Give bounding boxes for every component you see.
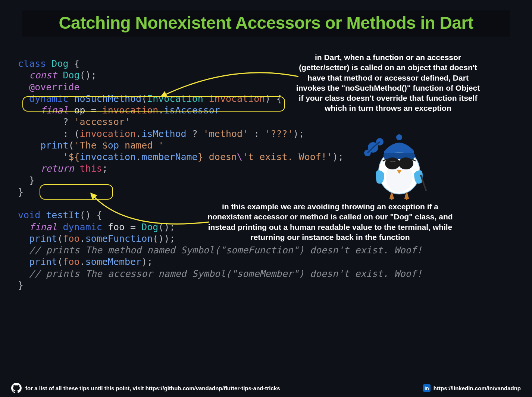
footer-linkedin-text: https://linkedin.com/in/vandadnp — [434, 385, 521, 391]
interp-membername: memberName — [141, 151, 198, 162]
fn-print: print — [29, 233, 57, 244]
type-invocation: Invocation — [147, 93, 203, 104]
page-title: Catching Nonexistent Accessors or Method… — [22, 13, 510, 33]
method-somefunction: someFunction — [85, 233, 153, 244]
annotation-override: @override — [29, 82, 79, 93]
keyword-dynamic: dynamic — [63, 222, 102, 232]
punct: } — [29, 175, 35, 186]
keyword-return: return — [40, 163, 74, 174]
punct: ( — [57, 233, 63, 244]
punct: = — [125, 222, 141, 232]
fn-print: print — [40, 140, 68, 151]
punct: ( — [57, 256, 63, 267]
keyword-dynamic: dynamic — [29, 93, 68, 104]
svg-rect-7 — [384, 153, 415, 159]
punct: ; — [102, 163, 108, 174]
punct: : — [248, 128, 265, 139]
interp-op: op — [108, 140, 119, 151]
keyword-class: class — [18, 58, 46, 69]
punct: ( — [68, 140, 74, 151]
footer: for a list of all these tips until this … — [11, 383, 521, 393]
annotation-top: in Dart, when a function or an accessor … — [295, 52, 481, 113]
fn-print: print — [29, 256, 57, 267]
comment: // prints The method named Symbol("someF… — [29, 245, 422, 256]
comment: // prints The accessor named Symbol("som… — [29, 268, 422, 279]
linkedin-icon: in — [423, 384, 431, 392]
keyword-this: this — [80, 163, 102, 174]
keyword-void: void — [18, 210, 40, 221]
punct: ); — [164, 233, 175, 244]
escape: \' — [237, 151, 248, 162]
punct: ( — [68, 128, 79, 139]
github-icon — [11, 383, 22, 393]
punct: { — [68, 58, 79, 69]
var-invocation: invocation — [80, 128, 136, 139]
annotation-mid: in this example we are avoiding throwing… — [207, 201, 453, 242]
type-dog: Dog — [141, 222, 158, 232]
keyword-final: final — [29, 222, 57, 232]
var-op: op — [74, 105, 85, 116]
method-nosuchmethod: noSuchMethod — [74, 93, 142, 104]
prop-isaccessor: isAccessor — [164, 105, 220, 116]
fn-testit: testIt — [46, 210, 79, 221]
keyword-const: const — [29, 70, 57, 81]
string: '${ — [63, 151, 79, 162]
punct: ? — [187, 128, 203, 139]
interp-invocation: invocation — [80, 151, 136, 162]
string-method: 'method' — [203, 128, 248, 139]
footer-github-text: for a list of all these tips until this … — [25, 385, 280, 391]
punct: . — [136, 128, 141, 139]
string: t exist. Woof!' — [248, 151, 332, 162]
punct: = — [85, 105, 102, 116]
punct: ); — [293, 128, 304, 139]
punct: () { — [80, 210, 102, 221]
punct: ) — [265, 93, 270, 104]
punct: ? — [63, 116, 68, 127]
svg-line-12 — [421, 175, 426, 190]
punct: (); — [158, 222, 175, 232]
punct: } — [18, 187, 24, 197]
punct: ); — [141, 256, 153, 267]
svg-point-8 — [396, 134, 402, 140]
type-dog: Dog — [51, 58, 68, 69]
prop-ismethod: isMethod — [141, 128, 186, 139]
string: 'The $ — [74, 140, 108, 151]
punct: . — [158, 105, 164, 116]
constructor-dog: Dog — [63, 70, 79, 81]
svg-rect-11 — [398, 161, 401, 163]
footer-left: for a list of all these tips until this … — [11, 383, 280, 393]
punct: . — [80, 256, 85, 267]
punct: . — [136, 151, 141, 162]
string: named ' — [119, 140, 164, 151]
var-foo: foo — [63, 256, 79, 267]
var-invocation: invocation — [102, 105, 159, 116]
title-bar: Catching Nonexistent Accessors or Method… — [22, 10, 510, 37]
param-invocation: invocation — [209, 93, 265, 104]
footer-right: in https://linkedin.com/in/vandadnp — [423, 384, 521, 392]
punct: { — [270, 93, 282, 104]
prop-somemember: someMember — [85, 256, 142, 267]
var-foo: foo — [63, 233, 79, 244]
keyword-final: final — [40, 105, 68, 116]
string: } doesn — [198, 151, 237, 162]
punct: : — [63, 128, 68, 139]
punct: (); — [80, 70, 97, 81]
string-unknown: '???' — [265, 128, 293, 139]
punct: } — [18, 280, 24, 291]
punct: . — [80, 233, 85, 244]
string-accessor: 'accessor' — [74, 116, 131, 127]
punct: ); — [332, 151, 344, 162]
punct: ( — [141, 93, 147, 104]
var-foo: foo — [108, 222, 125, 232]
mascot-bird — [362, 131, 429, 201]
punct: () — [153, 233, 164, 244]
